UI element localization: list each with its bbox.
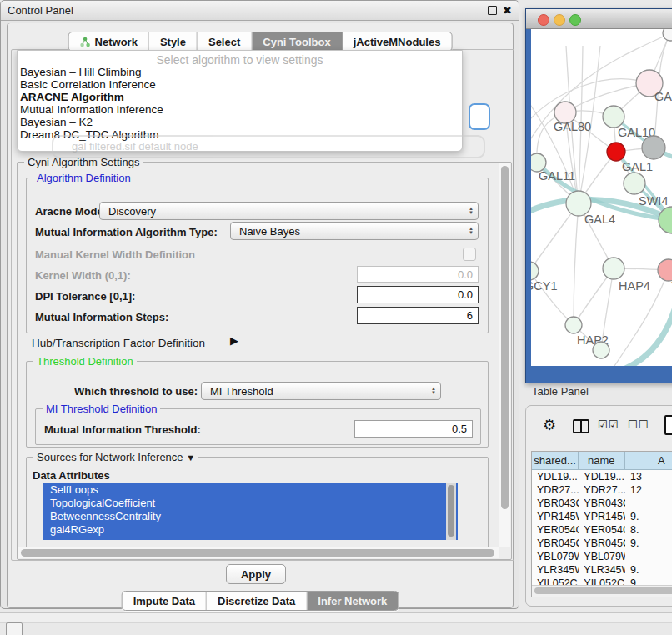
tab-network[interactable]: Network (69, 32, 149, 51)
data-attribute-item[interactable]: BetweennessCentrality (43, 510, 458, 523)
network-node[interactable] (663, 29, 672, 41)
column-header[interactable]: name (579, 452, 624, 469)
select-all-icon[interactable]: ☑☑ (598, 418, 619, 431)
aracne-mode-label: Aracne Mode: (35, 205, 107, 218)
tab-label: Cyni Toolbox (263, 36, 330, 48)
table-cell: YER054C (579, 523, 625, 537)
control-panel-title: Control Panel (8, 4, 73, 17)
collapse-arrow-icon[interactable]: ▼ (186, 452, 195, 462)
column-header[interactable]: shared... (532, 452, 579, 469)
cyni-bottom-tab-bar: Impute DataDiscretize DataInfer Network (122, 591, 399, 611)
hub-definition-label: Hub/Transcription Factor Definition (32, 337, 205, 349)
close-icon[interactable]: ✖ (503, 7, 512, 15)
columns-icon[interactable] (573, 419, 589, 433)
network-node[interactable] (607, 142, 625, 161)
network-node[interactable] (531, 262, 539, 280)
tab-label: Style (160, 36, 186, 48)
data-attribute-item[interactable]: TopologicalCoefficient (43, 497, 458, 510)
table-horizontal-scrollbar[interactable] (532, 585, 672, 597)
network-node[interactable] (658, 259, 672, 281)
control-panel-window: Control Panel ✖ NetworkStyleSelectCyni T… (0, 0, 519, 609)
settings-horizontal-scrollbar[interactable] (18, 547, 499, 558)
table-row[interactable]: YER054CYER054C8. (532, 523, 672, 537)
node-label: GAL (654, 90, 672, 103)
settings-vertical-scrollbar[interactable] (499, 163, 510, 547)
network-node[interactable] (603, 106, 624, 128)
algorithm-option[interactable]: Bayesian – K2 (18, 116, 462, 128)
float-window-icon[interactable] (488, 6, 497, 15)
mi-threshold-label: Mutual Information Threshold: (44, 423, 201, 436)
table-row[interactable]: YBL079WYBL079W (532, 550, 672, 563)
table-row[interactable]: YDR27...YDR27...12 (532, 483, 672, 497)
which-threshold-value: MI Threshold (202, 385, 427, 398)
mi-threshold-legend: MI Threshold Definition (43, 402, 160, 415)
table-row[interactable]: YDL19...YDL19...13 (532, 470, 672, 483)
table-cell: YBL079W (532, 550, 579, 563)
network-node[interactable] (603, 258, 624, 279)
algorithm-dropdown-placeholder: Select algorithm to view settings (18, 51, 462, 66)
table-row[interactable]: YBR045CYBR045C9. (532, 537, 672, 550)
mi-algorithm-type-select[interactable]: Naive Bayes ▲▼ (230, 222, 479, 240)
table-cell: YDL19... (532, 470, 579, 483)
tab-discretize-data[interactable]: Discretize Data (207, 592, 307, 610)
column-header[interactable]: A (625, 452, 672, 469)
gear-icon[interactable]: ⚙ (543, 416, 556, 434)
close-traffic-icon[interactable] (538, 14, 549, 26)
mini-panel-icon[interactable] (6, 622, 23, 635)
document-icon[interactable] (664, 415, 672, 435)
network-node[interactable] (565, 317, 582, 333)
table-row[interactable]: YPR145WYPR145W9. (532, 510, 672, 523)
control-panel-titlebar[interactable]: Control Panel ✖ (1, 1, 519, 21)
which-threshold-select[interactable]: MI Threshold ▲▼ (201, 382, 441, 400)
sources-legend: Sources for Network Inference ▼ (33, 451, 198, 463)
tab-cyni-toolbox[interactable]: Cyni Toolbox (252, 32, 342, 51)
which-threshold-label: Which threshold to use: (74, 385, 198, 398)
network-window-titlebar[interactable] (526, 9, 672, 29)
tab-infer-network[interactable]: Infer Network (307, 592, 398, 610)
tab-select[interactable]: Select (198, 32, 252, 51)
data-attribute-item[interactable]: gal4RGexp (43, 523, 458, 537)
network-node[interactable] (642, 136, 665, 159)
table-cell: 9. (625, 563, 672, 577)
expand-arrow-icon[interactable]: ▶ (230, 334, 238, 347)
aracne-mode-select[interactable]: Discovery ▲▼ (99, 202, 479, 220)
node-label: GAL1 (622, 160, 653, 173)
algorithm-option[interactable]: Bayesian – Hill Climbing (18, 66, 462, 78)
mi-threshold-field[interactable]: 0.5 (354, 420, 473, 438)
table-cell: YBR043C (532, 497, 579, 510)
table-cell (625, 550, 672, 563)
network-canvas[interactable]: GALGAL80GAL10GAL1GAL11SWI4GAL4HAP4YGCY1H… (531, 29, 672, 366)
table-cell: YLR345W (579, 563, 625, 577)
algorithm-option[interactable]: Mutual Information Inference (18, 103, 462, 116)
data-attribute-item[interactable]: SelfLoops (43, 483, 458, 497)
tab-label: Impute Data (133, 595, 195, 608)
zoom-traffic-icon[interactable] (569, 14, 581, 26)
network-node[interactable] (659, 207, 672, 233)
mi-steps-field[interactable]: 6 (357, 307, 479, 324)
algorithm-combo-focus-ring[interactable] (469, 103, 490, 130)
network-node[interactable] (593, 342, 609, 358)
manual-kernel-label: Manual Kernel Width Definition (35, 248, 195, 261)
control-panel-body: NetworkStyleSelectCyni ToolboxjActiveMNo… (7, 22, 514, 608)
node-label: SWI4 (639, 194, 668, 208)
table-row[interactable]: YBR043CYBR043C (532, 497, 672, 510)
network-edge[interactable] (574, 203, 579, 325)
tab-impute-data[interactable]: Impute Data (123, 592, 207, 610)
bottom-strip (0, 612, 672, 623)
dpi-tolerance-field[interactable]: 0.0 (357, 286, 479, 303)
algorithm-option[interactable]: ARACNE Algorithm (18, 91, 462, 103)
tab-style[interactable]: Style (149, 32, 198, 51)
deselect-all-icon[interactable]: ☐☐ (628, 418, 649, 431)
attributes-scrollbar[interactable] (446, 483, 456, 540)
manual-kernel-checkbox[interactable] (463, 248, 476, 261)
minimize-traffic-icon[interactable] (554, 14, 565, 26)
table-row[interactable]: YLR345WYLR345W9. (532, 563, 672, 577)
table-cell: 13 (625, 470, 672, 483)
kernel-width-field[interactable]: 0.0 (357, 266, 479, 282)
table-cell: 9. (625, 510, 672, 523)
apply-button[interactable]: Apply (226, 564, 286, 584)
data-attributes-list[interactable]: SelfLoopsTopologicalCoefficientBetweenne… (43, 483, 458, 540)
network-node[interactable] (624, 172, 645, 194)
algorithm-option[interactable]: Basic Correlation Inference (18, 78, 462, 91)
tab-jactivemnodules[interactable]: jActiveMNodules (343, 32, 452, 51)
